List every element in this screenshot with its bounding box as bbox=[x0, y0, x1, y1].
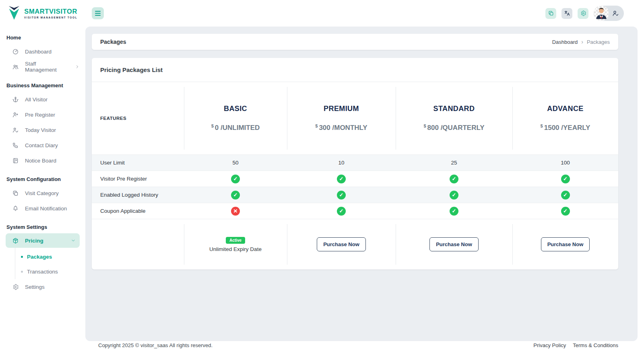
plan-name: PREMIUM bbox=[324, 105, 359, 113]
plan-footer-standard: Purchase Now bbox=[396, 219, 512, 269]
sidebar-item-label: Pre Register bbox=[25, 112, 55, 118]
cell-value: 10 bbox=[287, 155, 396, 171]
brand-tagline: VISITOR MANAGEMENT TOOL bbox=[24, 16, 77, 19]
package-icon bbox=[12, 237, 19, 244]
sidebar-item-dashboard[interactable]: Dashboard bbox=[0, 44, 85, 59]
topbar bbox=[85, 0, 644, 27]
plan-header-basic: BASIC $0 /UNLIMITED bbox=[184, 82, 287, 154]
table-row-user-limit: User Limit 50 10 25 100 bbox=[92, 154, 618, 171]
cross-icon bbox=[231, 207, 240, 216]
feature-label: User Limit bbox=[92, 155, 184, 171]
plan-footer-premium: Purchase Now bbox=[287, 219, 396, 269]
staff-icon bbox=[12, 64, 19, 70]
copy-icon bbox=[548, 10, 554, 16]
copyright-text: Copyright 2025 © visitor_saas All rights… bbox=[98, 342, 213, 362]
sidebar-item-email-notification[interactable]: Email Notification bbox=[0, 201, 85, 216]
check-icon bbox=[231, 175, 240, 183]
plan-header-advance: ADVANCE $1500 /YEARLY bbox=[512, 82, 618, 154]
user-menu-button[interactable] bbox=[594, 6, 624, 21]
sidebar-item-pricing[interactable]: Pricing bbox=[6, 233, 80, 248]
sidebar-item-staff-management[interactable]: Staff Management bbox=[0, 59, 85, 74]
sidebar-item-pre-register[interactable]: Pre Register bbox=[0, 107, 85, 122]
plan-name: BASIC bbox=[224, 105, 247, 113]
check-icon bbox=[337, 191, 346, 200]
cell-value: 25 bbox=[396, 155, 512, 171]
sidebar-item-label: Dashboard bbox=[25, 49, 52, 55]
chevron-right-icon bbox=[75, 64, 80, 69]
sidebar-section-system-settings: System Settings bbox=[0, 222, 85, 233]
breadcrumb-dashboard[interactable]: Dashboard bbox=[552, 39, 578, 45]
sidebar-section-home: Home bbox=[0, 32, 85, 44]
check-icon bbox=[450, 207, 458, 216]
breadcrumb: Dashboard › Packages bbox=[552, 39, 610, 45]
dashboard-icon bbox=[12, 48, 19, 55]
copy-button[interactable] bbox=[545, 8, 556, 19]
table-row-visitor-pre-register: Visitor Pre Register bbox=[92, 171, 618, 187]
bullet-icon bbox=[21, 271, 23, 273]
chevron-right-icon: › bbox=[581, 39, 583, 45]
language-button[interactable] bbox=[561, 8, 572, 19]
sidebar-item-label: All Visitor bbox=[25, 97, 47, 103]
gear-icon bbox=[12, 284, 19, 290]
sidebar-item-today-visitor[interactable]: Today Visitor bbox=[0, 122, 85, 138]
check-icon bbox=[337, 207, 346, 216]
check-icon bbox=[561, 207, 570, 216]
sidebar-subitem-transactions[interactable]: Transactions bbox=[15, 264, 85, 279]
anchor-icon bbox=[12, 96, 19, 103]
purchase-now-button-advance[interactable]: Purchase Now bbox=[541, 237, 590, 251]
plan-header-premium: PREMIUM $300 /MONTHLY bbox=[287, 82, 396, 154]
chevron-down-icon bbox=[71, 238, 76, 243]
table-row-coupon-applicable: Coupon Applicable bbox=[92, 203, 618, 219]
gear-icon bbox=[580, 10, 586, 16]
sidebar-item-label: Today Visitor bbox=[25, 127, 56, 133]
plan-name: STANDARD bbox=[433, 105, 475, 113]
sidebar-item-label: Notice Board bbox=[25, 158, 56, 164]
hamburger-menu-button[interactable] bbox=[92, 7, 104, 19]
pricing-card-title: Pricing Packages List bbox=[100, 66, 163, 73]
person-check-icon bbox=[12, 127, 19, 134]
avatar bbox=[594, 6, 609, 21]
sidebar-item-all-visitor[interactable]: All Visitor bbox=[0, 92, 85, 107]
brand-logo[interactable]: SMARTVISITOR VISITOR MANAGEMENT TOOL bbox=[0, 0, 85, 27]
terms-conditions-link[interactable]: Terms & Conditions bbox=[573, 342, 618, 362]
pricing-card: Pricing Packages List FEATURES BASIC $0 … bbox=[92, 58, 618, 269]
sidebar-item-settings[interactable]: Settings bbox=[0, 279, 85, 294]
sidebar-item-notice-board[interactable]: Notice Board bbox=[0, 153, 85, 168]
plan-price: $1500 /YEARLY bbox=[541, 123, 590, 132]
privacy-policy-link[interactable]: Privacy Policy bbox=[533, 342, 566, 362]
phone-icon bbox=[12, 142, 19, 149]
purchase-now-button-standard[interactable]: Purchase Now bbox=[429, 237, 479, 251]
feature-label: Enabled Logged History bbox=[92, 187, 184, 203]
purchase-now-button-premium[interactable]: Purchase Now bbox=[317, 237, 366, 251]
sidebar-item-label: Email Notification bbox=[25, 206, 67, 212]
currency-symbol: $ bbox=[315, 123, 318, 128]
sidebar-item-visit-category[interactable]: Visit Category bbox=[0, 185, 85, 201]
page-title: Packages bbox=[100, 39, 126, 45]
table-row-enabled-logged-history: Enabled Logged History bbox=[92, 187, 618, 203]
sidebar-item-label: Transactions bbox=[27, 269, 58, 275]
feature-label: Visitor Pre Register bbox=[92, 171, 184, 187]
plan-price: $300 /MONTHLY bbox=[315, 123, 367, 132]
check-icon bbox=[561, 191, 570, 200]
plan-footer-advance: Purchase Now bbox=[512, 219, 618, 269]
features-header: FEATURES bbox=[92, 82, 184, 154]
check-icon bbox=[231, 191, 240, 200]
pricing-table-footer: Active Unlimited Expiry Date Purchase No… bbox=[92, 219, 618, 269]
sidebar-item-label: Visit Category bbox=[25, 190, 59, 196]
sidebar-subitem-packages[interactable]: Packages bbox=[15, 249, 85, 264]
currency-symbol: $ bbox=[423, 123, 426, 128]
sidebar-item-label: Pricing bbox=[25, 238, 43, 244]
currency-symbol: $ bbox=[541, 123, 543, 128]
notice-board-icon bbox=[12, 157, 19, 164]
feature-label: Coupon Applicable bbox=[92, 203, 184, 219]
footer: Copyright 2025 © visitor_saas All rights… bbox=[85, 341, 644, 362]
breadcrumb-bar: Packages Dashboard › Packages bbox=[92, 34, 618, 50]
sidebar-item-label: Staff Management bbox=[25, 61, 69, 73]
copy-icon bbox=[12, 190, 19, 197]
expiry-text: Unlimited Expiry Date bbox=[209, 246, 262, 252]
settings-button[interactable] bbox=[578, 8, 588, 19]
sidebar-section-system-config: System Configuration bbox=[0, 174, 85, 185]
sidebar-item-label: Contact Diary bbox=[25, 142, 58, 148]
sidebar-item-contact-diary[interactable]: Contact Diary bbox=[0, 138, 85, 153]
cell-value: 50 bbox=[184, 155, 287, 171]
